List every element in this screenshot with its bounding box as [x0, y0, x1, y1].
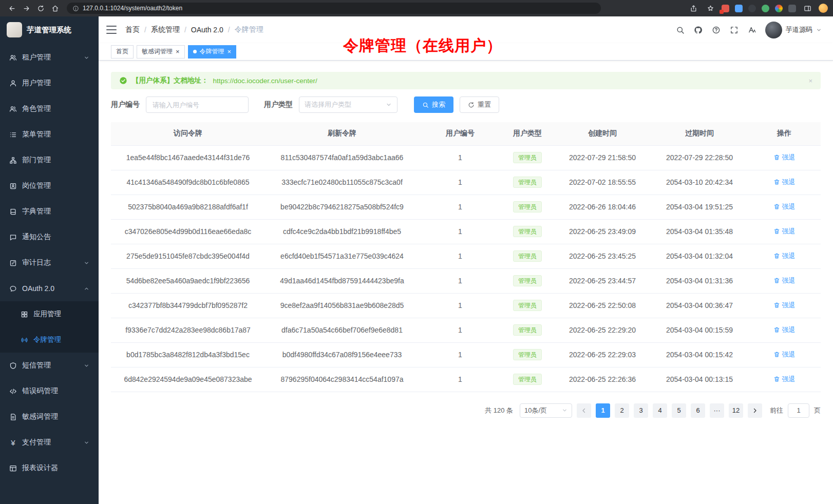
- home-icon[interactable]: [48, 2, 62, 15]
- cell-expire-time: 2054-03-04 00:36:47: [651, 293, 748, 318]
- sidebar-item-oauth2[interactable]: OAuth 2.0: [0, 276, 99, 301]
- sidebar-item-dict[interactable]: 字典管理: [0, 199, 99, 224]
- sidebar-item-tenant[interactable]: 租户管理: [0, 45, 99, 70]
- page-button-12[interactable]: 12: [729, 403, 743, 418]
- cell-refresh-token: e6cfd40eb1f54571a31e775e039c4624: [265, 244, 419, 268]
- tab-sensitive-words[interactable]: 敏感词管理: [137, 45, 185, 59]
- force-logout-button[interactable]: 强退: [773, 301, 796, 310]
- extension-icon[interactable]: [748, 5, 756, 12]
- extension-icon[interactable]: [788, 5, 796, 12]
- cell-expire-time: 2054-03-04 00:15:59: [651, 318, 748, 342]
- cell-created-time: 2022-06-25 23:45:25: [554, 244, 651, 268]
- force-logout-button[interactable]: 强退: [773, 375, 796, 384]
- prev-page-button[interactable]: [577, 403, 591, 418]
- share-icon[interactable]: [688, 3, 699, 14]
- force-logout-button[interactable]: 强退: [773, 350, 796, 359]
- sidebar-item-menu[interactable]: 菜单管理: [0, 122, 99, 147]
- user-type-badge: 管理员: [513, 300, 542, 311]
- more-pages-button[interactable]: ···: [710, 403, 724, 418]
- cell-access-token: 275e5de9151045fe87cbdc395e004f4d: [111, 244, 265, 268]
- page-button-3[interactable]: 3: [634, 403, 648, 418]
- search-button[interactable]: 搜索: [414, 96, 453, 113]
- page-button-6[interactable]: 6: [691, 403, 705, 418]
- collapse-sidebar-icon[interactable]: [106, 26, 117, 34]
- sidebar-item-audit-log[interactable]: 审计日志: [0, 250, 99, 276]
- layout-icon: [9, 464, 17, 472]
- trash-icon: [773, 253, 780, 259]
- sidebar-item-error-code[interactable]: 错误码管理: [0, 378, 99, 404]
- sidebar-item-token-manage[interactable]: 令牌管理: [0, 327, 99, 353]
- sidebar-item-payment[interactable]: ¥ 支付管理: [0, 430, 99, 455]
- cell-access-token: b0d1785bc3a8482f812db4a3f3bd15ec: [111, 342, 265, 367]
- page-button-1[interactable]: 1: [596, 403, 610, 418]
- force-logout-button[interactable]: 强退: [773, 153, 796, 162]
- forward-icon[interactable]: [20, 2, 33, 15]
- extension-icon[interactable]: [762, 5, 769, 12]
- search-icon[interactable]: [675, 25, 685, 34]
- user-avatar: [765, 22, 782, 38]
- sidebar-item-role[interactable]: 角色管理: [0, 96, 99, 122]
- header-actions: 芋道源码: [675, 22, 822, 38]
- cell-created-time: 2022-06-25 22:50:08: [554, 293, 651, 318]
- doc-link[interactable]: https://doc.iocoder.cn/user-center/: [213, 77, 317, 85]
- sidebar-item-label: 角色管理: [22, 104, 51, 113]
- page-button-5[interactable]: 5: [672, 403, 686, 418]
- sidebar-item-notice[interactable]: 通知公告: [0, 224, 99, 250]
- sidebar-item-dept[interactable]: 部门管理: [0, 147, 99, 173]
- user-profile-dropdown[interactable]: 芋道源码: [765, 22, 822, 38]
- force-logout-button[interactable]: 强退: [773, 325, 796, 335]
- active-dot: [193, 50, 197, 53]
- extension-icon[interactable]: [722, 5, 729, 12]
- document-icon: [9, 413, 17, 421]
- close-icon[interactable]: [228, 48, 232, 55]
- token-signal-icon: [21, 336, 28, 344]
- next-page-button[interactable]: [748, 403, 762, 418]
- page-button-4[interactable]: 4: [653, 403, 667, 418]
- yen-icon: ¥: [9, 439, 17, 447]
- sidebar-menu: 租户管理 用户管理 角色管理 菜单管理 部门管理 岗位管理: [0, 43, 99, 481]
- sidebar-item-app-manage[interactable]: 应用管理: [0, 301, 99, 327]
- page-button-2[interactable]: 2: [615, 403, 629, 418]
- tab-home[interactable]: 首页: [111, 45, 134, 59]
- help-icon[interactable]: [711, 25, 721, 34]
- bookmark-star-icon[interactable]: [705, 3, 716, 14]
- table-row: 6d842e2924594de9a09e45e087323abe 8796295…: [111, 367, 821, 392]
- url-bar[interactable]: 127.0.0.1:1024/system/oauth2/token: [67, 3, 601, 14]
- sidebar-item-post[interactable]: 岗位管理: [0, 173, 99, 199]
- github-icon[interactable]: [693, 25, 703, 34]
- extension-icon[interactable]: [735, 5, 743, 12]
- force-logout-button[interactable]: 强退: [773, 227, 796, 236]
- cell-access-token: f9336e7c7dd242a283ee98dc86b17a87: [111, 318, 265, 342]
- force-logout-button[interactable]: 强退: [773, 276, 796, 285]
- force-logout-button[interactable]: 强退: [773, 178, 796, 187]
- fullscreen-icon[interactable]: [729, 25, 739, 34]
- cell-expire-time: 2022-07-29 22:28:50: [651, 145, 748, 170]
- site-info-icon[interactable]: [72, 5, 79, 12]
- force-logout-button[interactable]: 强退: [773, 251, 796, 261]
- sidebar-item-label: 报表设计器: [22, 463, 58, 473]
- user-type-select[interactable]: 请选择用户类型: [299, 96, 397, 113]
- alert-close-icon[interactable]: [808, 76, 812, 85]
- page-size-select[interactable]: 10条/页: [520, 403, 572, 418]
- force-logout-button[interactable]: 强退: [773, 202, 796, 211]
- reset-button[interactable]: 重置: [460, 96, 499, 113]
- breadcrumb-oauth2[interactable]: OAuth 2.0: [191, 26, 223, 34]
- font-size-icon[interactable]: [747, 25, 756, 34]
- sidebar-item-report-designer[interactable]: 报表设计器: [0, 455, 99, 481]
- extension-icon[interactable]: [775, 5, 783, 12]
- pagination: 共 120 条 10条/页 1 2 3 4 5 6 ··· 12 前往 页: [111, 403, 821, 418]
- tab-token-manage[interactable]: 令牌管理: [188, 45, 237, 59]
- back-icon[interactable]: [5, 2, 18, 15]
- sidebar-item-sensitive-words[interactable]: 敏感词管理: [0, 404, 99, 430]
- cell-access-token: c342377bf8b344799dcbf7bf095287f2: [111, 293, 265, 318]
- breadcrumb-home[interactable]: 首页: [125, 25, 140, 34]
- close-icon[interactable]: [176, 48, 180, 55]
- sidebar-item-sms[interactable]: 短信管理: [0, 353, 99, 378]
- goto-page-input[interactable]: [788, 403, 809, 418]
- reload-icon[interactable]: [34, 2, 47, 15]
- breadcrumb-system[interactable]: 系统管理: [151, 25, 180, 34]
- user-id-input[interactable]: [146, 96, 249, 113]
- browser-profile-avatar[interactable]: [819, 4, 828, 13]
- sidebar-item-user[interactable]: 用户管理: [0, 70, 99, 96]
- side-panel-icon[interactable]: [802, 3, 813, 14]
